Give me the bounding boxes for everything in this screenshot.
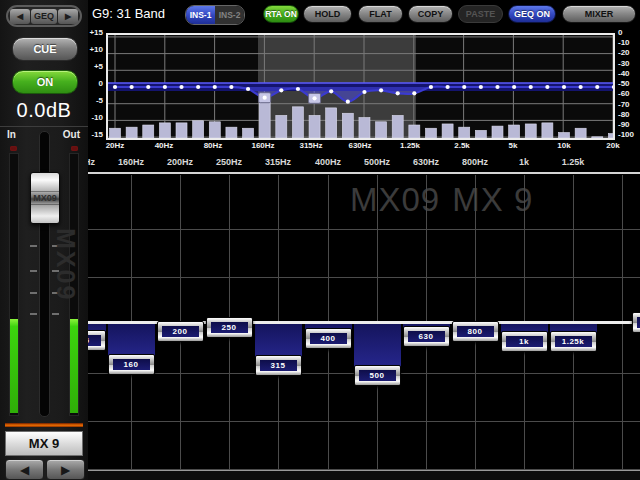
rta-bar [559,133,570,138]
rta-bar [176,123,187,138]
prev-channel-button[interactable]: ◀ [5,459,44,480]
band-dot [396,91,400,95]
meter-out-label: Out [63,129,80,140]
frequency-axis-label: 80Hz [204,141,223,150]
geq-screen: ◀ GEQ ▶ CUE ON 0.0dB In Out MX09 MX09 MX… [0,0,640,480]
rta-db-tick: -40 [618,70,640,78]
band-range-label: 1.25k [562,157,585,167]
band-dot [279,88,283,92]
on-button[interactable]: ON [12,70,78,94]
channel-color-bar [5,423,83,427]
band-dot [346,100,350,104]
rta-bar [592,137,603,138]
frequency-axis-label: 20Hz [106,141,125,150]
geq-band-fader[interactable]: 250 [206,317,253,338]
channel-name-label: MX 9 [5,431,83,456]
geq-nav-button[interactable]: GEQ [31,9,57,24]
band-range-label: 315Hz [265,157,291,167]
geq-on-button[interactable]: GEQ ON [508,5,556,23]
rta-bar [226,127,237,138]
geq-band-fader[interactable]: 630 [403,326,450,347]
band-dot [462,85,466,89]
band-dot [595,85,599,89]
band-dot [213,85,217,89]
grid-line [88,421,640,422]
band-dot [229,85,233,89]
band-range-label: 500Hz [364,157,390,167]
hold-button[interactable]: HOLD [303,5,352,23]
rta-bar [342,113,353,138]
ins2-button[interactable]: INS-2 [215,6,244,24]
frequency-axis-label: 160Hz [251,141,274,150]
copy-button[interactable]: COPY [408,5,453,23]
geq-band-fader[interactable]: 315 [255,355,302,376]
ins1-button[interactable]: INS-1 [186,6,215,24]
geq-band-fader-label: 630 [408,331,445,342]
band-dot [113,85,117,89]
frequency-axis-label: 630Hz [348,141,371,150]
band-dot [495,85,499,89]
band-dot [512,85,516,89]
geq-band-fader[interactable]: 200 [157,321,204,342]
rta-bar [193,121,204,138]
meter-in-label: In [7,129,16,140]
rta-db-tick: -90 [618,121,640,129]
rta-bar [475,130,486,138]
band-dot [163,85,167,89]
geq-band-fader[interactable]: 800 [452,321,499,342]
band-dot [446,85,450,89]
geq-band-fader[interactable]: 1.6k [632,312,640,333]
grid-line [88,469,640,470]
mixer-button[interactable]: MIXER [562,5,636,23]
band-dot [146,85,150,89]
divider [88,172,640,174]
band-dot [179,85,183,89]
rta-on-button[interactable]: RTA ON [263,5,299,23]
frequency-axis-label: 315Hz [299,141,322,150]
channel-fader-handle[interactable]: MX09 [30,172,60,224]
paste-button[interactable]: PASTE [458,5,503,23]
band-dot [296,87,300,91]
band-dot [429,85,433,89]
geq-band-fader[interactable]: 160 [108,354,155,375]
next-channel-button[interactable]: ▶ [46,459,85,480]
rta-bar [326,108,337,138]
frequency-axis-label: 10k [557,141,570,150]
rta-bar [509,125,520,138]
band-dot [379,88,383,92]
rta-bar [243,128,254,138]
geq-band-fader-label: 1.6k [637,317,640,328]
rta-db-tick: -80 [618,111,640,119]
geq-band-fader[interactable]: 500 [354,365,401,386]
eq-db-tick: -15 [88,131,103,139]
eq-db-tick: -5 [88,97,103,105]
rta-db-tick: -30 [618,60,640,68]
frequency-axis-label: 5k [509,141,518,150]
geq-band-fader-label: 160 [113,359,150,370]
band-range-label: 250Hz [216,157,242,167]
rta-bar [492,126,503,138]
geq-band-fader[interactable]: 1k [501,331,548,352]
rta-db-tick: -50 [618,80,640,88]
cue-button[interactable]: CUE [12,37,78,61]
band-range-label: 160Hz [118,157,144,167]
geq-band-fader[interactable]: 400 [305,328,352,349]
geq-band-fader-label: 500 [359,370,396,381]
band-dot [246,87,250,91]
eq-db-tick: +5 [88,63,103,71]
geq-band-fader[interactable]: 125 [88,330,106,351]
fader-gain-readout: 0.0dB [0,99,88,122]
flat-button[interactable]: FLAT [358,5,403,23]
geq-band-fader-label: 800 [457,326,494,337]
insert-selector: INS-1 INS-2 [185,5,245,25]
nav-next-arrow-icon[interactable]: ▶ [58,9,78,24]
eq-db-tick: +10 [88,46,103,54]
in-meter [9,153,19,416]
geq-fader-section: MX09MX 9 1251602002503154005006308001k1.… [88,175,640,480]
nav-prev-arrow-icon[interactable]: ◀ [10,9,30,24]
rta-db-tick: -20 [618,49,640,57]
band-dot [263,96,267,100]
rta-db-tick: 0 [618,29,640,37]
geq-nav: ◀ GEQ ▶ [6,5,82,27]
geq-band-fader[interactable]: 1.25k [550,331,597,352]
